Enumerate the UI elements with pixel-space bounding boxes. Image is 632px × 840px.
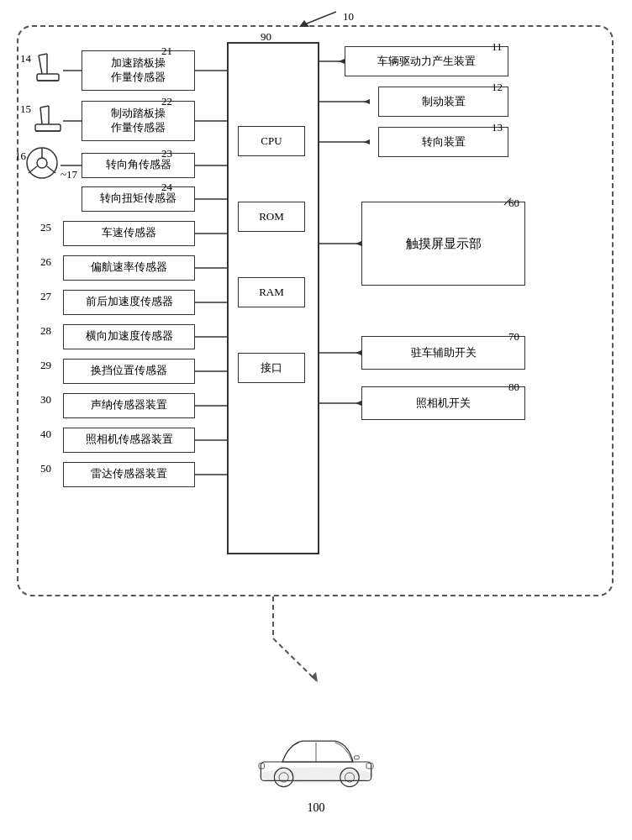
label-24: 24 xyxy=(161,181,172,194)
label-26: 26 xyxy=(40,255,51,269)
car-label: 100 xyxy=(249,801,383,815)
label-60: 60 xyxy=(508,197,519,210)
label-21: 21 xyxy=(161,45,172,58)
label-11: 11 xyxy=(492,40,503,54)
svg-line-3 xyxy=(39,55,42,74)
label-27: 27 xyxy=(40,290,51,303)
sensor-21: 加速踏板操作量传感器 xyxy=(82,50,195,91)
output-70: 驻车辅助开关 xyxy=(361,336,525,370)
svg-line-8 xyxy=(40,108,42,124)
label-30: 30 xyxy=(40,393,51,407)
svg-rect-2 xyxy=(37,74,59,81)
label-22: 22 xyxy=(161,95,172,108)
output-12: 制动装置 xyxy=(378,87,508,117)
svg-line-15 xyxy=(29,166,37,173)
output-11: 车辆驱动力产生装置 xyxy=(345,46,508,76)
sensor-26: 偏航速率传感器 xyxy=(63,255,195,281)
label-80: 80 xyxy=(508,381,519,394)
car-illustration xyxy=(249,721,383,796)
label-13: 13 xyxy=(492,121,503,134)
svg-line-10 xyxy=(40,106,49,108)
label-23: 23 xyxy=(161,147,172,160)
arrow-10 xyxy=(286,7,345,30)
label-25: 25 xyxy=(40,221,51,234)
interface-box: 接口 xyxy=(238,353,305,383)
svg-rect-56 xyxy=(259,764,264,769)
sensor-27: 前后加速度传感器 xyxy=(63,290,195,315)
cpu-box: CPU xyxy=(238,126,305,156)
svg-point-13 xyxy=(37,158,47,168)
car-area: 100 xyxy=(249,721,383,815)
label-12: 12 xyxy=(492,81,503,94)
svg-line-5 xyxy=(39,54,47,55)
label-50: 50 xyxy=(40,462,51,475)
sensor-30: 声纳传感器装置 xyxy=(63,393,195,418)
svg-rect-7 xyxy=(35,124,61,131)
svg-line-0 xyxy=(303,12,336,25)
brake-icon xyxy=(30,101,66,143)
rom-box: ROM xyxy=(238,202,305,232)
svg-rect-58 xyxy=(355,756,360,759)
output-80: 照相机开关 xyxy=(361,386,525,420)
svg-rect-55 xyxy=(366,764,373,769)
ram-box: RAM xyxy=(238,277,305,307)
label-29: 29 xyxy=(40,359,51,372)
sensor-40: 照相机传感器装置 xyxy=(63,428,195,453)
output-13: 转向装置 xyxy=(378,127,508,157)
sensor-23: 转向角传感器 xyxy=(82,153,195,178)
label-90: 90 xyxy=(261,30,271,44)
sensor-25: 车速传感器 xyxy=(63,221,195,246)
sensor-50: 雷达传感器装置 xyxy=(63,462,195,487)
svg-line-46 xyxy=(273,638,316,680)
sensor-22: 制动踏板操作量传感器 xyxy=(82,101,195,141)
label-17: ~17 xyxy=(61,168,77,181)
sensor-24: 转向扭矩传感器 xyxy=(82,186,195,212)
svg-line-16 xyxy=(47,166,55,173)
output-60: 触摸屏显示部 xyxy=(361,202,525,286)
label-70: 70 xyxy=(508,330,519,344)
sensor-29: 换挡位置传感器 xyxy=(63,359,195,384)
svg-marker-47 xyxy=(311,672,318,682)
label-40: 40 xyxy=(40,428,51,441)
steering-wheel-icon xyxy=(24,144,61,181)
accelerator-icon xyxy=(30,49,66,92)
sensor-28: 横向加速度传感器 xyxy=(63,324,195,349)
label-28: 28 xyxy=(40,324,51,338)
